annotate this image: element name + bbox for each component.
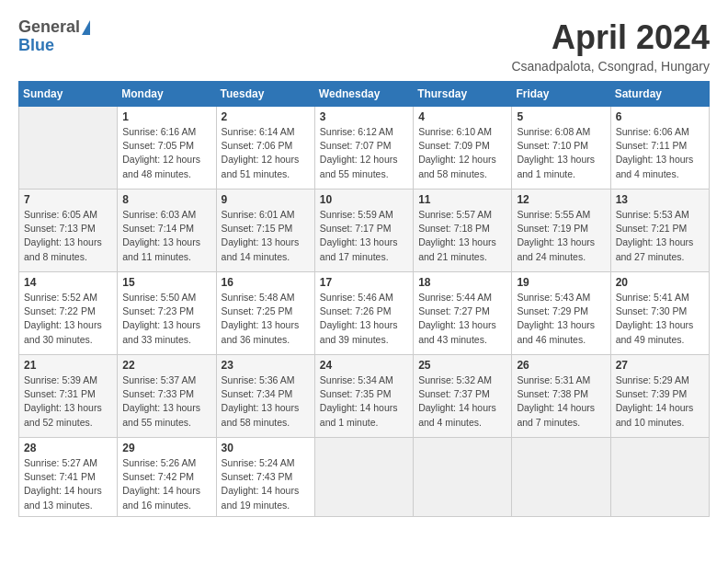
day-number: 29 — [122, 442, 210, 454]
day-number: 26 — [517, 359, 605, 372]
day-number: 14 — [24, 276, 112, 289]
day-number: 24 — [320, 359, 408, 372]
calendar-cell: 12Sunrise: 5:55 AM Sunset: 7:19 PM Dayli… — [512, 190, 610, 272]
day-info: Sunrise: 5:53 AM Sunset: 7:21 PM Dayligh… — [616, 208, 704, 264]
calendar-cell: 19Sunrise: 5:43 AM Sunset: 7:29 PM Dayli… — [512, 272, 610, 355]
day-number: 15 — [122, 276, 210, 289]
day-info: Sunrise: 5:44 AM Sunset: 7:27 PM Dayligh… — [418, 291, 506, 347]
weekday-header-tuesday: Tuesday — [216, 82, 314, 107]
day-number: 23 — [222, 359, 310, 372]
day-number: 27 — [616, 359, 704, 372]
day-number: 8 — [122, 193, 210, 206]
day-info: Sunrise: 6:08 AM Sunset: 7:10 PM Dayligh… — [517, 125, 605, 181]
day-info: Sunrise: 5:48 AM Sunset: 7:25 PM Dayligh… — [222, 291, 310, 347]
day-number: 18 — [418, 276, 506, 289]
day-number: 9 — [222, 193, 310, 206]
calendar-cell: 4Sunrise: 6:10 AM Sunset: 7:09 PM Daylig… — [414, 107, 512, 190]
day-number: 2 — [222, 110, 310, 123]
title-area: April 2024 Csanadpalota, Csongrad, Hunga… — [511, 18, 710, 74]
calendar-cell: 14Sunrise: 5:52 AM Sunset: 7:22 PM Dayli… — [19, 272, 118, 355]
week-row-2: 7Sunrise: 6:05 AM Sunset: 7:13 PM Daylig… — [19, 190, 710, 272]
calendar-cell: 7Sunrise: 6:05 AM Sunset: 7:13 PM Daylig… — [19, 190, 118, 272]
calendar-cell: 29Sunrise: 5:26 AM Sunset: 7:42 PM Dayli… — [118, 438, 216, 517]
calendar-cell: 23Sunrise: 5:36 AM Sunset: 7:34 PM Dayli… — [216, 355, 314, 438]
day-number: 12 — [517, 193, 605, 206]
day-number: 13 — [616, 193, 704, 206]
weekday-header-row: SundayMondayTuesdayWednesdayThursdayFrid… — [19, 82, 710, 107]
day-info: Sunrise: 5:41 AM Sunset: 7:30 PM Dayligh… — [616, 291, 704, 347]
logo-triangle — [82, 20, 90, 35]
day-number: 5 — [517, 110, 605, 123]
day-info: Sunrise: 6:12 AM Sunset: 7:07 PM Dayligh… — [320, 125, 408, 181]
calendar-cell: 20Sunrise: 5:41 AM Sunset: 7:30 PM Dayli… — [610, 272, 709, 355]
calendar-cell — [414, 438, 512, 517]
calendar-cell: 11Sunrise: 5:57 AM Sunset: 7:18 PM Dayli… — [414, 190, 512, 272]
calendar-cell: 18Sunrise: 5:44 AM Sunset: 7:27 PM Dayli… — [414, 272, 512, 355]
weekday-header-thursday: Thursday — [414, 82, 512, 107]
location: Csanadpalota, Csongrad, Hungary — [511, 59, 710, 74]
day-number: 11 — [418, 193, 506, 206]
day-info: Sunrise: 5:39 AM Sunset: 7:31 PM Dayligh… — [24, 373, 112, 430]
calendar-cell: 3Sunrise: 6:12 AM Sunset: 7:07 PM Daylig… — [314, 107, 413, 190]
day-info: Sunrise: 5:31 AM Sunset: 7:38 PM Dayligh… — [517, 373, 605, 430]
calendar-cell — [19, 107, 118, 190]
logo: General Blue — [18, 18, 90, 55]
calendar-cell — [610, 438, 709, 517]
calendar-cell: 21Sunrise: 5:39 AM Sunset: 7:31 PM Dayli… — [19, 355, 118, 438]
calendar-cell: 15Sunrise: 5:50 AM Sunset: 7:23 PM Dayli… — [118, 272, 216, 355]
day-info: Sunrise: 5:32 AM Sunset: 7:37 PM Dayligh… — [418, 373, 506, 430]
day-info: Sunrise: 5:37 AM Sunset: 7:33 PM Dayligh… — [122, 373, 210, 430]
day-info: Sunrise: 5:27 AM Sunset: 7:41 PM Dayligh… — [24, 456, 112, 512]
calendar-cell: 17Sunrise: 5:46 AM Sunset: 7:26 PM Dayli… — [314, 272, 413, 355]
weekday-header-wednesday: Wednesday — [314, 82, 413, 107]
weekday-header-monday: Monday — [118, 82, 216, 107]
day-info: Sunrise: 5:55 AM Sunset: 7:19 PM Dayligh… — [517, 208, 605, 264]
month-title: April 2024 — [511, 18, 710, 57]
day-number: 16 — [222, 276, 310, 289]
day-info: Sunrise: 5:50 AM Sunset: 7:23 PM Dayligh… — [122, 291, 210, 347]
calendar-cell: 24Sunrise: 5:34 AM Sunset: 7:35 PM Dayli… — [314, 355, 413, 438]
day-info: Sunrise: 6:06 AM Sunset: 7:11 PM Dayligh… — [616, 125, 704, 181]
day-number: 3 — [320, 110, 408, 123]
calendar-cell: 10Sunrise: 5:59 AM Sunset: 7:17 PM Dayli… — [314, 190, 413, 272]
day-number: 17 — [320, 276, 408, 289]
day-number: 6 — [616, 110, 704, 123]
week-row-5: 28Sunrise: 5:27 AM Sunset: 7:41 PM Dayli… — [19, 438, 710, 517]
day-info: Sunrise: 6:14 AM Sunset: 7:06 PM Dayligh… — [222, 125, 310, 181]
day-info: Sunrise: 5:34 AM Sunset: 7:35 PM Dayligh… — [320, 373, 408, 430]
logo-blue-text: Blue — [18, 36, 54, 54]
calendar-cell: 22Sunrise: 5:37 AM Sunset: 7:33 PM Dayli… — [118, 355, 216, 438]
calendar-table: SundayMondayTuesdayWednesdayThursdayFrid… — [18, 81, 710, 517]
calendar-cell — [314, 438, 413, 517]
day-number: 1 — [122, 110, 210, 123]
calendar-cell: 9Sunrise: 6:01 AM Sunset: 7:15 PM Daylig… — [216, 190, 314, 272]
calendar-cell: 28Sunrise: 5:27 AM Sunset: 7:41 PM Dayli… — [19, 438, 118, 517]
day-number: 21 — [24, 359, 112, 372]
day-number: 28 — [24, 442, 112, 454]
day-info: Sunrise: 5:24 AM Sunset: 7:43 PM Dayligh… — [222, 456, 310, 512]
day-info: Sunrise: 5:36 AM Sunset: 7:34 PM Dayligh… — [222, 373, 310, 430]
day-info: Sunrise: 6:10 AM Sunset: 7:09 PM Dayligh… — [418, 125, 506, 181]
day-info: Sunrise: 6:01 AM Sunset: 7:15 PM Dayligh… — [222, 208, 310, 264]
day-number: 20 — [616, 276, 704, 289]
day-info: Sunrise: 5:52 AM Sunset: 7:22 PM Dayligh… — [24, 291, 112, 347]
day-info: Sunrise: 5:57 AM Sunset: 7:18 PM Dayligh… — [418, 208, 506, 264]
weekday-header-saturday: Saturday — [610, 82, 709, 107]
week-row-4: 21Sunrise: 5:39 AM Sunset: 7:31 PM Dayli… — [19, 355, 710, 438]
day-number: 30 — [222, 442, 310, 454]
calendar-cell: 2Sunrise: 6:14 AM Sunset: 7:06 PM Daylig… — [216, 107, 314, 190]
day-number: 22 — [122, 359, 210, 372]
calendar-cell — [512, 438, 610, 517]
calendar-cell: 30Sunrise: 5:24 AM Sunset: 7:43 PM Dayli… — [216, 438, 314, 517]
logo-general-text: General — [18, 18, 80, 37]
day-info: Sunrise: 5:46 AM Sunset: 7:26 PM Dayligh… — [320, 291, 408, 347]
day-number: 25 — [418, 359, 506, 372]
day-info: Sunrise: 6:05 AM Sunset: 7:13 PM Dayligh… — [24, 208, 112, 264]
day-number: 4 — [418, 110, 506, 123]
week-row-3: 14Sunrise: 5:52 AM Sunset: 7:22 PM Dayli… — [19, 272, 710, 355]
day-number: 7 — [24, 193, 112, 206]
day-info: Sunrise: 5:26 AM Sunset: 7:42 PM Dayligh… — [122, 456, 210, 512]
day-info: Sunrise: 5:59 AM Sunset: 7:17 PM Dayligh… — [320, 208, 408, 264]
calendar-cell: 5Sunrise: 6:08 AM Sunset: 7:10 PM Daylig… — [512, 107, 610, 190]
day-info: Sunrise: 6:03 AM Sunset: 7:14 PM Dayligh… — [122, 208, 210, 264]
